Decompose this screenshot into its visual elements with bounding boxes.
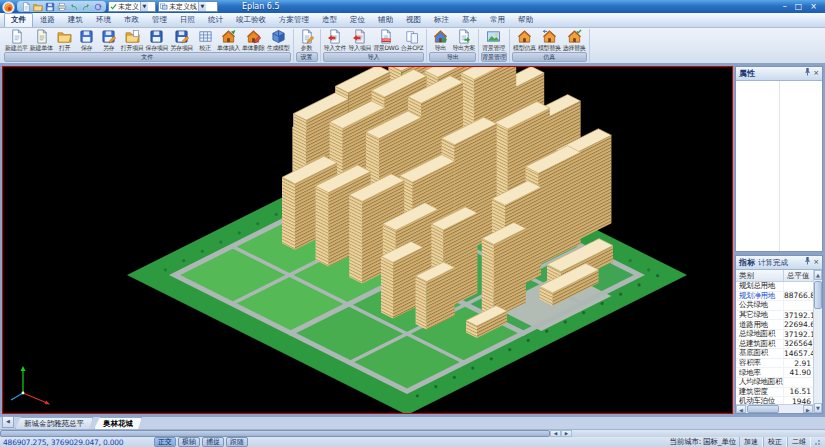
scroll-right-icon[interactable]: ▶ [561, 430, 572, 437]
ribbon-button[interactable]: 导入文件 [323, 29, 348, 51]
scroll-down-icon[interactable]: ▼ [814, 403, 822, 413]
new-doc-icon[interactable] [20, 2, 31, 12]
tab-scroll-left-button[interactable]: ◀ [2, 416, 14, 428]
column-header[interactable]: 总平值 [784, 270, 813, 281]
properties-panel: 属性 × [735, 66, 823, 252]
ribbon-button[interactable]: 保存 [76, 29, 98, 51]
document-tab[interactable]: 奥林花城 [94, 417, 142, 429]
ribbon-button[interactable]: 单体删除 [241, 29, 266, 51]
scrollbar-thumb[interactable] [747, 405, 779, 413]
menu-item[interactable]: 建筑 [62, 14, 89, 27]
layer-combo-value: 未定义 [118, 2, 139, 12]
indicator-vscrollbar[interactable]: ▲ ▼ [813, 270, 822, 413]
ribbon-button[interactable]: 合并CPZ [400, 29, 424, 51]
ribbon-button[interactable]: DWG背景DWG [372, 29, 400, 51]
menu-item[interactable]: 常用 [484, 14, 511, 27]
ribbon-group: 新建总平新建单体打开保存另存打开项目保存项目另存项目校正单体插入单体删除生成模型… [2, 29, 294, 62]
menu-item[interactable]: 帮助 [512, 14, 539, 27]
chevron-down-icon[interactable]: ▼ [198, 2, 206, 11]
ribbon-button[interactable]: 导出方案 [451, 29, 476, 51]
menu-item[interactable]: 定位 [344, 14, 371, 27]
ribbon-button[interactable]: 打开项目 [120, 29, 145, 51]
column-header[interactable]: 类别 [736, 270, 784, 281]
ribbon-button-label: 选择替换 [563, 45, 586, 51]
ribbon-group: 导出导出方案导出 [427, 29, 479, 62]
ribbon-button[interactable]: 保存项目 [144, 29, 169, 51]
open-folder-icon[interactable] [32, 2, 43, 12]
menu-item[interactable]: 管理 [146, 14, 173, 27]
doc-new-icon [9, 29, 24, 44]
indicator-hscrollbar[interactable]: ◀ ▶ [736, 404, 813, 413]
refresh-icon[interactable] [92, 2, 103, 12]
status-mode-button[interactable]: 校正 [763, 437, 787, 447]
menu-item[interactable]: 辅助 [372, 14, 399, 27]
redo-icon[interactable] [80, 2, 91, 12]
ribbon-button[interactable]: 模型仿真 [512, 29, 537, 51]
scrollbar-thumb[interactable] [0, 430, 550, 437]
menu-item[interactable]: 环境 [90, 14, 117, 27]
drawing-viewport[interactable] [2, 66, 733, 414]
menu-item[interactable]: 造型 [316, 14, 343, 27]
document-tab[interactable]: 新城金韵雅苑总平 [15, 417, 93, 429]
properties-grid[interactable] [736, 81, 822, 251]
menu-item[interactable]: 道路 [34, 14, 61, 27]
status-mode-button[interactable]: 二维 [787, 437, 811, 447]
pin-icon[interactable] [804, 256, 811, 265]
scroll-up-icon[interactable]: ▲ [814, 270, 822, 280]
ribbon-button[interactable]: 参数 [296, 29, 318, 51]
menu-item[interactable]: 视图 [400, 14, 427, 27]
scroll-left-icon[interactable]: ◀ [736, 405, 746, 413]
undo-icon[interactable] [68, 2, 79, 12]
ribbon-button[interactable]: 打开 [54, 29, 76, 51]
menu-item[interactable]: 统计 [202, 14, 229, 27]
layer-combo[interactable]: 未定义 ▼ [108, 1, 156, 12]
status-mode-button[interactable]: 加速 [739, 437, 763, 447]
ribbon-button[interactable]: 背景管理 [481, 29, 506, 51]
pin-icon[interactable] [804, 67, 811, 76]
ribbon-button[interactable]: 导出 [429, 29, 451, 51]
chevron-down-icon[interactable]: ▼ [140, 2, 148, 11]
ribbon-group-label: 设置 [296, 52, 318, 62]
scroll-right-icon[interactable]: ▶ [803, 405, 813, 413]
minimize-button[interactable]: – [783, 0, 787, 13]
ribbon-button-label: 另存 [103, 45, 114, 51]
ribbon-button[interactable]: 另存 [98, 29, 120, 51]
ribbon-toolbar: 新建总平新建单体打开保存另存打开项目保存项目另存项目校正单体插入单体删除生成模型… [0, 28, 825, 64]
menu-item[interactable]: 基本 [456, 14, 483, 27]
snap-toggle-button[interactable]: 捕捉 [202, 437, 224, 447]
save-proj-as-icon [174, 29, 189, 44]
ribbon-button[interactable]: 模型替换 [537, 29, 562, 51]
scroll-left-icon[interactable]: ◀ [550, 430, 561, 437]
menu-item[interactable]: 标注 [428, 14, 455, 27]
menu-item[interactable]: 方案管理 [273, 14, 315, 27]
snap-toggle-button[interactable]: 正交 [154, 437, 176, 447]
model-replace-icon [542, 29, 557, 44]
snap-toggle-button[interactable]: 跟随 [226, 437, 248, 447]
save-icon[interactable] [44, 2, 55, 12]
close-button[interactable]: × [810, 0, 817, 13]
ribbon-button[interactable]: 新建总平 [4, 29, 29, 51]
close-panel-icon[interactable]: × [813, 256, 819, 269]
menu-item[interactable]: 市政 [118, 14, 145, 27]
print-icon[interactable] [56, 2, 67, 12]
viewport-hscrollbar[interactable]: ◀ ▶ [0, 429, 825, 437]
snap-toggle-button[interactable]: 极轴 [178, 437, 200, 447]
row-label: 基底面积 [736, 348, 784, 358]
row-label: 公共绿地 [736, 300, 784, 310]
ribbon-button[interactable]: 选择替换 [562, 29, 587, 51]
ribbon-button[interactable]: 生成模型 [266, 29, 291, 51]
close-panel-icon[interactable]: × [813, 67, 819, 80]
table-row[interactable]: 机动车泊位1946 [736, 397, 813, 404]
resize-grip[interactable] [814, 438, 822, 446]
linetype-combo[interactable]: 未定义线 ▼ [158, 1, 218, 12]
menu-item[interactable]: 竣工验收 [230, 14, 272, 27]
menu-item[interactable]: 文件 [4, 13, 33, 27]
menu-item[interactable]: 日照 [174, 14, 201, 27]
ribbon-button[interactable]: 校正 [194, 29, 216, 51]
ribbon-button[interactable]: 新建单体 [29, 29, 54, 51]
ribbon-button[interactable]: 导入项目 [347, 29, 372, 51]
ribbon-button[interactable]: 单体插入 [216, 29, 241, 51]
scrollbar-thumb[interactable] [814, 281, 822, 309]
maximize-button[interactable]: □ [795, 0, 803, 13]
ribbon-button[interactable]: 另存项目 [169, 29, 194, 51]
